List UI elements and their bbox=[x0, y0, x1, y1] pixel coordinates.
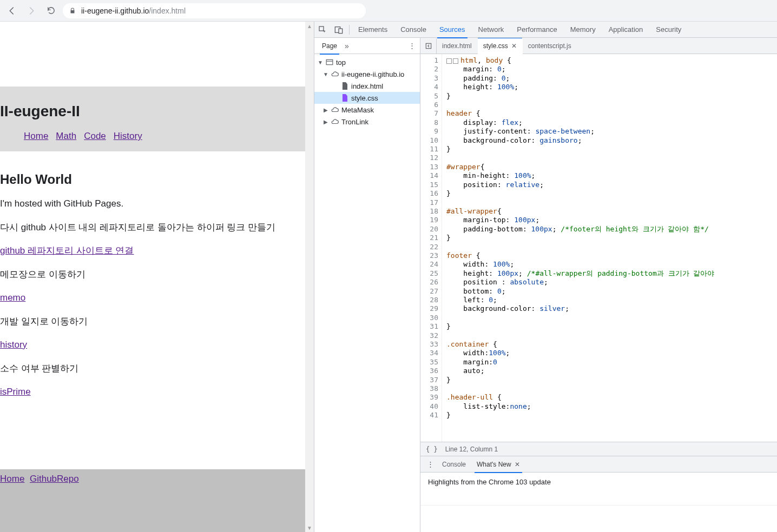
line-gutter: 1234567891011121314151617181920212223242… bbox=[420, 54, 442, 442]
cloud-icon bbox=[331, 105, 339, 114]
url-text: ii-eugene-ii.github.io/index.html bbox=[81, 6, 186, 15]
file-icon bbox=[340, 82, 349, 90]
page-scrollbar[interactable]: ▲ ▼ bbox=[305, 22, 314, 532]
page-link-isprime[interactable]: isPrime bbox=[0, 387, 31, 397]
tree-row-index-html[interactable]: index.html bbox=[314, 80, 420, 92]
nav-link-home[interactable]: Home bbox=[24, 131, 48, 142]
chevron-right-icon: ▶ bbox=[323, 107, 328, 113]
drawer-tab-console[interactable]: Console bbox=[437, 456, 471, 473]
tree-row-top[interactable]: ▼ top bbox=[314, 56, 420, 68]
rendered-page: ▲ ▼ II-eugene-II Home Math Code History … bbox=[0, 22, 314, 532]
page-text: 메모장으로 이동하기 bbox=[0, 268, 314, 282]
drawer-kebab-icon[interactable]: ⋮ bbox=[424, 460, 437, 468]
editor-tab-index-html[interactable]: index.html bbox=[437, 38, 478, 54]
forward-button[interactable] bbox=[24, 3, 39, 18]
cursor-position: Line 12, Column 1 bbox=[445, 445, 498, 453]
page-footer: Home GithubRepo bbox=[0, 469, 314, 489]
nav-link-code[interactable]: Code bbox=[84, 131, 106, 142]
tab-label: index.html bbox=[442, 42, 472, 50]
cloud-icon bbox=[331, 70, 339, 78]
lock-icon bbox=[69, 8, 76, 14]
close-icon[interactable]: ✕ bbox=[511, 42, 517, 50]
editor-tab-contentscript-js[interactable]: contentscript.js bbox=[523, 38, 577, 54]
footer-link-home[interactable]: Home bbox=[0, 474, 24, 484]
code-content[interactable]: html, body { margin: 0; padding: 0; heig… bbox=[442, 54, 777, 442]
tree-label: MetaMask bbox=[341, 106, 374, 114]
nav-link-history[interactable]: History bbox=[114, 131, 142, 142]
drawer-tab-whats-new[interactable]: What's New ✕ bbox=[471, 456, 525, 473]
svg-rect-2 bbox=[339, 29, 343, 34]
svg-rect-0 bbox=[319, 26, 324, 31]
page-heading: Hello World bbox=[0, 172, 314, 187]
browser-toolbar: ii-eugene-ii.github.io/index.html bbox=[0, 0, 777, 22]
editor-status-bar: { } Line 12, Column 1 bbox=[420, 442, 777, 456]
page-link-memo[interactable]: memo bbox=[0, 292, 25, 303]
file-tree: ▼ top ▼ ii-eugene-ii.github.io index.htm… bbox=[314, 54, 420, 130]
tab-label: What's New bbox=[477, 461, 511, 468]
tree-row-tronlink[interactable]: ▶ TronLink bbox=[314, 116, 420, 128]
tab-label: style.css bbox=[483, 42, 508, 50]
editor-tab-style-css[interactable]: style.css ✕ bbox=[478, 38, 523, 54]
page-link-history[interactable]: history bbox=[0, 340, 27, 350]
sources-kebab-icon[interactable]: ⋮ bbox=[409, 42, 416, 50]
footer-link-githubrepo[interactable]: GithubRepo bbox=[30, 474, 79, 484]
page-nav: Home Math Code History bbox=[0, 131, 314, 142]
reload-button[interactable] bbox=[43, 3, 58, 18]
chevron-right-icon: ▶ bbox=[323, 119, 328, 125]
sources-navigator: Page » ⋮ ▼ top ▼ ii-eugene-ii bbox=[314, 38, 420, 532]
tree-row-style-css[interactable]: style.css bbox=[314, 92, 420, 104]
tab-label: contentscript.js bbox=[528, 42, 571, 50]
editor-area: index.html style.css ✕ contentscript.js … bbox=[420, 38, 777, 532]
frame-icon bbox=[325, 58, 334, 66]
tab-elements[interactable]: Elements bbox=[352, 22, 394, 38]
svg-rect-3 bbox=[326, 59, 333, 64]
page-text: 소수 여부 판별하기 bbox=[0, 362, 314, 376]
devtools-drawer: ⋮ Console What's New ✕ Highlights from t… bbox=[420, 456, 777, 532]
braces-icon[interactable]: { } bbox=[426, 445, 438, 453]
page-title: II-eugene-II bbox=[0, 103, 314, 120]
code-editor[interactable]: 1234567891011121314151617181920212223242… bbox=[420, 54, 777, 442]
tab-application[interactable]: Application bbox=[602, 22, 650, 38]
sources-tab-more-icon[interactable]: » bbox=[345, 42, 349, 50]
page-text: 개발 일지로 이동하기 bbox=[0, 315, 314, 329]
chevron-down-icon: ▼ bbox=[318, 59, 323, 65]
inspect-element-icon[interactable] bbox=[314, 22, 331, 37]
page-link-github-repo[interactable]: github 레파지토리 사이트로 연결 bbox=[0, 245, 134, 256]
devtools: Elements Console Sources Network Perform… bbox=[314, 22, 777, 532]
drawer-body: Highlights from the Chrome 103 update bbox=[420, 473, 777, 505]
tab-security[interactable]: Security bbox=[649, 22, 688, 38]
nav-link-math[interactable]: Math bbox=[56, 131, 76, 142]
address-bar[interactable]: ii-eugene-ii.github.io/index.html bbox=[63, 3, 366, 18]
cloud-icon bbox=[331, 117, 339, 126]
tab-performance[interactable]: Performance bbox=[510, 22, 563, 38]
tab-sources[interactable]: Sources bbox=[433, 22, 472, 38]
page-text: 다시 github 사이트 내의 레파지토리로 돌아가는 하이퍼 링크 만들기 bbox=[0, 221, 314, 235]
tree-label: top bbox=[336, 58, 346, 66]
editor-nav-icon[interactable] bbox=[420, 38, 437, 54]
file-icon bbox=[340, 94, 349, 102]
page-text: I'm hosted with GitHub Pages. bbox=[0, 197, 314, 211]
tab-memory[interactable]: Memory bbox=[564, 22, 602, 38]
drawer-footer bbox=[420, 505, 777, 532]
back-button[interactable] bbox=[4, 3, 19, 18]
device-toolbar-icon[interactable] bbox=[331, 22, 347, 37]
tree-row-metamask[interactable]: ▶ MetaMask bbox=[314, 104, 420, 116]
tree-label: TronLink bbox=[341, 118, 368, 126]
devtools-tabs: Elements Console Sources Network Perform… bbox=[314, 22, 777, 38]
chevron-down-icon: ▼ bbox=[323, 71, 328, 77]
tree-label: ii-eugene-ii.github.io bbox=[341, 70, 404, 78]
close-icon[interactable]: ✕ bbox=[515, 461, 520, 468]
tab-network[interactable]: Network bbox=[472, 22, 511, 38]
tab-console[interactable]: Console bbox=[394, 22, 433, 38]
tree-label: style.css bbox=[351, 94, 378, 102]
svg-rect-5 bbox=[426, 43, 431, 48]
sources-tab-page[interactable]: Page bbox=[317, 38, 343, 54]
tree-label: index.html bbox=[351, 82, 383, 90]
tree-row-origin[interactable]: ▼ ii-eugene-ii.github.io bbox=[314, 68, 420, 80]
